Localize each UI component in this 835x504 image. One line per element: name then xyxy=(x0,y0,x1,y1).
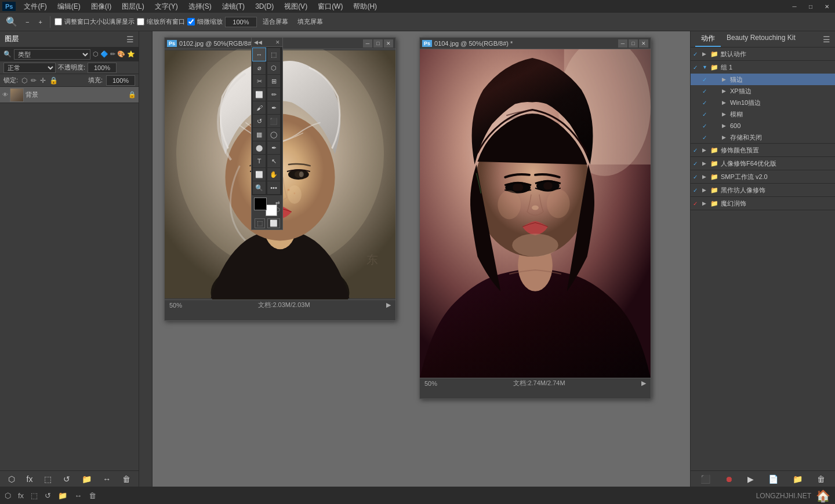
eyedropper-tool[interactable]: ⬜ xyxy=(253,88,266,101)
fill-input[interactable] xyxy=(106,75,135,86)
shape-tool[interactable]: ⬜ xyxy=(253,168,266,181)
doc1-maximize[interactable]: □ xyxy=(373,39,383,48)
actions-menu-icon[interactable]: ☰ xyxy=(823,35,830,44)
new-layer-button[interactable]: ↔ xyxy=(100,473,113,485)
action-group-rc-header[interactable]: ✓ ▶ 📁 修饰颜色预置 xyxy=(691,144,835,156)
stop-button[interactable]: ⬛ xyxy=(697,473,714,485)
action-group-magic-header[interactable]: ✓ ▶ 📁 魔幻润饰 xyxy=(691,197,835,210)
lasso-tool[interactable]: ⌀ xyxy=(253,61,266,74)
menu-edit[interactable]: 编辑(E) xyxy=(53,1,85,13)
menu-view[interactable]: 视图(V) xyxy=(279,1,312,13)
menu-layer[interactable]: 图层(L) xyxy=(117,1,149,13)
blend-mode-select[interactable]: 正常 xyxy=(3,63,56,73)
statusbar-folder-icon[interactable]: 📁 xyxy=(58,491,67,500)
menu-window[interactable]: 窗口(W) xyxy=(313,1,347,13)
doc2-close[interactable]: ✕ xyxy=(639,39,648,48)
maximize-button[interactable]: □ xyxy=(803,0,819,13)
move-tool[interactable]: ↔ xyxy=(253,48,266,61)
statusbar-fx-icon[interactable]: fx xyxy=(18,491,24,500)
layers-menu-icon[interactable]: ☰ xyxy=(126,35,134,44)
history-brush-tool[interactable]: ↺ xyxy=(253,115,266,127)
menu-text[interactable]: 文字(Y) xyxy=(150,1,183,13)
statusbar-move-icon[interactable]: ↔ xyxy=(74,491,82,500)
delete-action-button[interactable]: 🗑 xyxy=(814,473,829,485)
quick-mask-button[interactable]: ⬚ xyxy=(255,218,265,228)
zoom-value-input[interactable] xyxy=(225,17,257,27)
doc2-arrow[interactable]: ▶ xyxy=(641,379,646,387)
resize-window-checkbox[interactable]: 调整窗口大小以满屏显示 xyxy=(55,17,135,26)
new-group-button[interactable]: 📁 xyxy=(79,473,94,485)
new-action-button[interactable]: 📄 xyxy=(765,473,782,485)
smooth-zoom-input[interactable] xyxy=(187,18,195,25)
zoom-out-button[interactable]: − xyxy=(22,17,32,27)
background-color[interactable] xyxy=(266,204,277,216)
zoom-all-input[interactable] xyxy=(137,18,144,25)
doc2-canvas[interactable] xyxy=(420,49,651,378)
collapse-icon[interactable]: ◀◀ xyxy=(254,39,262,45)
delete-layer-button[interactable]: 🗑 xyxy=(120,473,133,485)
hand-tool[interactable]: ✋ xyxy=(267,168,280,181)
link-layers-button[interactable]: ⬡ xyxy=(6,473,17,485)
action-group-default-header[interactable]: ✓ ▶ 📁 默认动作 xyxy=(691,48,835,60)
statusbar-history-icon[interactable]: ↺ xyxy=(45,491,51,500)
menu-file[interactable]: 文件(F) xyxy=(19,1,51,13)
text-tool[interactable]: T xyxy=(253,155,266,167)
close-button[interactable]: ✕ xyxy=(819,0,835,13)
action-group-smp-header[interactable]: ✓ ▶ 📁 SMP工作流 v2.0 xyxy=(691,170,835,183)
foreground-color[interactable] xyxy=(254,198,267,210)
zoom-in-button[interactable]: + xyxy=(35,17,45,27)
eraser-tool[interactable]: ⬛ xyxy=(267,115,280,127)
action-item-600[interactable]: ✓ ▶ 600 xyxy=(691,120,835,132)
layer-kind-select[interactable]: 类型 xyxy=(14,49,90,60)
tab-actions[interactable]: 动作 xyxy=(695,31,721,47)
doc1-close[interactable]: ✕ xyxy=(384,39,393,48)
crop-tool[interactable]: ⊞ xyxy=(267,75,280,87)
statusbar-link-icon[interactable]: ⬡ xyxy=(5,491,11,500)
tool-panel-close[interactable]: ✕ xyxy=(275,39,280,45)
layer-visibility-icon[interactable]: 👁 xyxy=(2,92,8,98)
action-item-catborder[interactable]: ✓ ▶ 猫边 xyxy=(691,74,835,85)
menu-image[interactable]: 图像(I) xyxy=(86,1,116,13)
doc2-maximize[interactable]: □ xyxy=(629,39,638,48)
menu-3d[interactable]: 3D(D) xyxy=(251,1,278,12)
tab-beauty-kit[interactable]: Beauty Retouching Kit xyxy=(721,31,801,47)
doc1-arrow[interactable]: ▶ xyxy=(386,301,391,309)
action-group-hzf-header[interactable]: ✓ ▶ 📁 黑作坊人像修饰 xyxy=(691,184,835,196)
more-tools[interactable]: ••• xyxy=(267,181,280,194)
layer-item-background[interactable]: 👁 背景 🔒 xyxy=(0,87,139,103)
blur-tool[interactable]: ◯ xyxy=(267,128,280,141)
action-item-win10border[interactable]: ✓ ▶ Win10描边 xyxy=(691,97,835,108)
brush-tool[interactable]: 🖌 xyxy=(253,101,266,114)
zoom-all-checkbox[interactable]: 缩放所有窗口 xyxy=(137,17,185,26)
record-button[interactable]: ⏺ xyxy=(721,473,736,485)
fill-screen-button[interactable]: 填充屏幕 xyxy=(294,16,326,28)
action-group-pf64-header[interactable]: ✓ ▶ 📁 人像修饰F64优化版 xyxy=(691,157,835,170)
pen-tool[interactable]: ✒ xyxy=(267,141,280,154)
opacity-input[interactable] xyxy=(88,63,117,73)
new-adjustment-button[interactable]: ↺ xyxy=(61,473,72,485)
resize-window-input[interactable] xyxy=(55,18,62,25)
stamp-tool[interactable]: ✒ xyxy=(267,101,280,114)
lock-position-icon[interactable]: ✛ xyxy=(40,76,46,85)
layer-filter-icons[interactable]: ⬡ 🔷 ✏ 🎨 ⭐ xyxy=(93,50,135,58)
menu-help[interactable]: 帮助(H) xyxy=(348,1,382,13)
statusbar-mask-icon[interactable]: ⬚ xyxy=(31,491,38,500)
gradient-tool[interactable]: ▦ xyxy=(253,128,266,141)
menu-filter[interactable]: 滤镜(T) xyxy=(217,1,249,13)
play-button[interactable]: ▶ xyxy=(744,473,757,485)
menu-select[interactable]: 选择(S) xyxy=(184,1,216,13)
action-group-1-header[interactable]: ✓ ▼ 📁 组 1 xyxy=(691,61,835,74)
add-mask-button[interactable]: ⬚ xyxy=(42,473,54,485)
fit-screen-button[interactable]: 适合屏幕 xyxy=(259,16,292,28)
smooth-zoom-checkbox[interactable]: 细微缩放 xyxy=(187,17,223,26)
lock-transparent-icon[interactable]: ⬡ xyxy=(21,76,27,85)
dodge-tool[interactable]: ⬤ xyxy=(253,141,266,154)
spot-heal-tool[interactable]: ✏ xyxy=(267,88,280,101)
action-item-xpcatborder[interactable]: ✓ ▶ XP猫边 xyxy=(691,85,835,97)
action-item-blur[interactable]: ✓ ▶ 模糊 xyxy=(691,108,835,120)
doc2-minimize[interactable]: ─ xyxy=(618,39,627,48)
lock-all-icon[interactable]: 🔒 xyxy=(49,76,58,85)
screen-mode-button[interactable]: ⬜ xyxy=(267,218,280,228)
add-style-button[interactable]: fx xyxy=(24,473,35,485)
path-select-tool[interactable]: ↖ xyxy=(267,155,280,167)
